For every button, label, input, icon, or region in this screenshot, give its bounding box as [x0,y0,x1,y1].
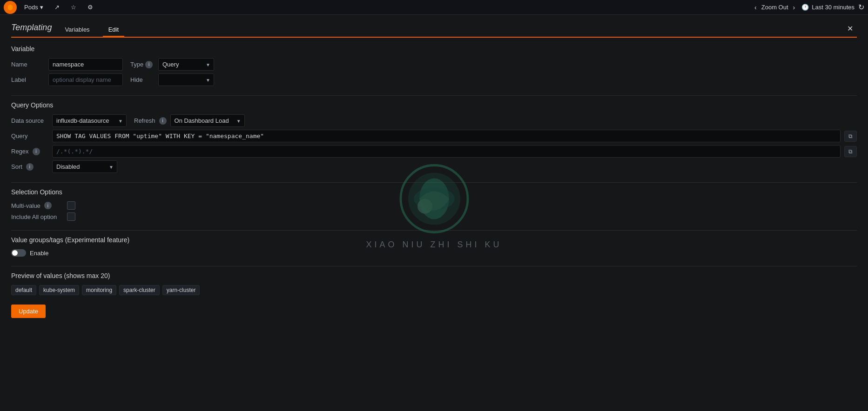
multi-value-checkbox[interactable] [67,201,75,210]
datasource-label: Data source [11,117,48,124]
name-input[interactable] [48,58,123,71]
templating-title: Templating [11,23,52,36]
grafana-logo[interactable] [4,1,17,14]
nav-pods-label: Pods [24,4,38,11]
query-copy-button[interactable]: ⧉ [844,131,857,142]
datasource-select[interactable]: influxdb-datasource [52,114,127,127]
refresh-select-wrapper: Never On Dashboard Load On Time Range Ch… [170,114,245,127]
topnav: Pods ▾ ↗ ☆ ⚙ ‹ Zoom Out › 🕐 Last 30 minu… [0,0,868,15]
sort-row: Sort i Disabled Alphabetical (asc) Alpha… [11,160,857,173]
sort-select[interactable]: Disabled Alphabetical (asc) Alphabetical… [52,160,117,173]
tab-variables[interactable]: Variables [59,23,95,37]
time-icon: 🕐 [801,4,809,11]
share-icon[interactable]: ↗ [51,2,63,13]
include-all-row: Include All option [11,212,857,221]
multi-value-info-icon[interactable]: i [44,202,52,209]
hide-label: Hide [130,76,158,83]
selection-options-section: Selection Options Multi-value i Include … [11,188,857,221]
name-label: Name [11,61,48,68]
close-button[interactable]: ✕ [843,22,857,37]
regex-row: Regex i ⧉ [11,145,857,158]
type-info-icon[interactable]: i [145,61,153,68]
sort-info-icon[interactable]: i [26,163,34,171]
topnav-left: Pods ▾ ↗ ☆ ⚙ [4,1,97,14]
sort-select-wrapper: Disabled Alphabetical (asc) Alphabetical… [52,160,117,173]
zoom-out-next[interactable]: › [790,3,798,12]
query-row: Query ⧉ [11,130,857,142]
type-label: Type i [130,61,158,68]
divider-2 [11,182,857,183]
divider-3 [11,230,857,231]
regex-info-icon[interactable]: i [33,148,40,155]
star-icon[interactable]: ☆ [67,2,80,13]
datasource-refresh-row: Data source influxdb-datasource Refresh … [11,114,857,127]
zoom-out-label: Zoom Out [761,4,788,11]
zoom-out-prev[interactable]: ‹ [752,3,760,12]
query-label: Query [11,133,48,139]
main-content: Templating Variables Edit ✕ Variable Nam… [0,15,868,325]
variable-section-title: Variable [11,45,857,53]
preview-tags: default kube-system monitoring spark-clu… [11,285,857,295]
include-all-checkbox[interactable] [67,212,75,221]
type-select[interactable]: Query Custom Textbox Constant Datasource… [158,58,214,71]
preview-tag-spark-cluster: spark-cluster [119,285,160,295]
enable-toggle-wrapper: Enable [11,249,857,257]
time-range-label: Last 30 minutes [812,4,855,11]
preview-section: Preview of values (shows max 20) default… [11,272,857,295]
enable-toggle[interactable] [11,249,26,257]
label-hide-row: Label Hide Label Variable [11,73,857,86]
value-groups-section: Value groups/tags (Experimental feature)… [11,236,857,257]
selection-options-title: Selection Options [11,188,857,196]
regex-label: Regex i [11,148,48,155]
nav-pods-chevron: ▾ [40,4,43,11]
topnav-right: ‹ Zoom Out › 🕐 Last 30 minutes ↻ [752,3,864,12]
nav-pods[interactable]: Pods ▾ [20,2,47,13]
name-type-row: Name Type i Query Custom Textbox Constan… [11,58,857,71]
refresh-label-group: Refresh i [134,117,167,125]
multi-value-label: Multi-value i [11,202,67,209]
multi-value-row: Multi-value i [11,201,857,210]
update-button[interactable]: Update [11,305,46,318]
enable-label: Enable [30,250,48,257]
refresh-button[interactable]: ↻ [858,3,864,12]
time-range[interactable]: 🕐 Last 30 minutes [801,4,855,11]
preview-tag-default: default [11,285,36,295]
type-select-wrapper: Query Custom Textbox Constant Datasource… [158,58,214,71]
templating-header: Templating Variables Edit ✕ [11,22,857,38]
query-options-title: Query Options [11,101,857,109]
divider-4 [11,266,857,266]
preview-title: Preview of values (shows max 20) [11,272,857,279]
refresh-label: Refresh [134,117,155,124]
datasource-select-wrapper: influxdb-datasource [52,114,127,127]
regex-copy-button[interactable]: ⧉ [844,146,857,157]
preview-tag-kube-system: kube-system [39,285,79,295]
zoom-controls: ‹ Zoom Out › [752,3,798,12]
preview-tag-yarn-cluster: yarn-cluster [162,285,200,295]
label-input[interactable] [48,73,123,86]
update-button-wrapper: Update [11,305,857,318]
value-groups-title: Value groups/tags (Experimental feature) [11,236,857,244]
refresh-info-icon[interactable]: i [159,117,167,125]
settings-icon[interactable]: ⚙ [84,2,97,13]
label-label: Label [11,76,48,83]
tab-edit[interactable]: Edit [103,23,124,37]
sort-label: Sort i [11,163,48,171]
refresh-select[interactable]: Never On Dashboard Load On Time Range Ch… [170,114,245,127]
divider-1 [11,95,857,96]
query-input[interactable] [52,130,841,142]
preview-tag-monitoring: monitoring [82,285,116,295]
regex-input[interactable] [52,145,841,158]
variable-section: Variable Name Type i Query Custom Textbo… [11,45,857,86]
hide-select[interactable]: Label Variable [158,73,214,86]
query-options-section: Query Options Data source influxdb-datas… [11,101,857,173]
hide-select-wrapper: Label Variable [158,73,214,86]
include-all-label: Include All option [11,213,67,220]
